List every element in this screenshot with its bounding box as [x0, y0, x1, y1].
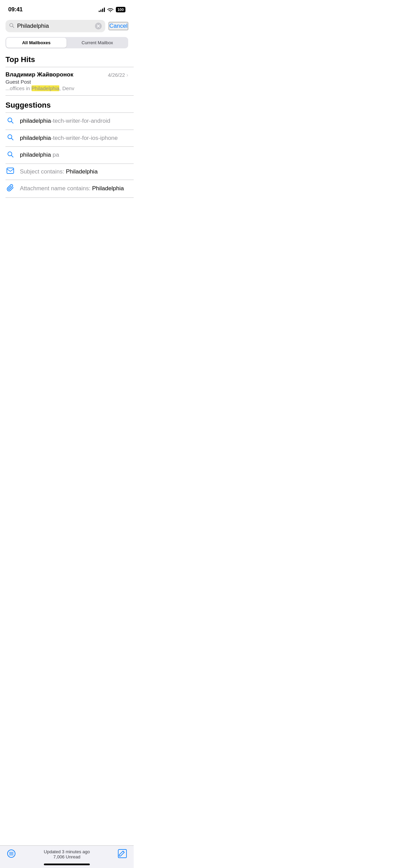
suggestion-text-3: philadelphia pa	[20, 152, 59, 158]
suggestion-item-1[interactable]: philadelphia-tech-writer-for-android	[0, 113, 134, 130]
status-time: 09:41	[8, 6, 23, 13]
suggestion-item-4[interactable]: Subject contains: Philadelphia	[0, 164, 134, 180]
divider-s5	[5, 197, 134, 198]
svg-line-9	[11, 155, 13, 157]
svg-line-1	[13, 26, 14, 28]
top-hit-preview: ...offices in Philadelphia, Denv	[5, 85, 108, 91]
signal-icon	[99, 7, 105, 12]
svg-rect-10	[7, 168, 14, 173]
top-hits-header: Top Hits	[0, 54, 134, 67]
status-bar: 09:41 100	[0, 0, 134, 17]
suggestion-item-2[interactable]: philadelphia-tech-writer-for-ios-iphone	[0, 130, 134, 146]
suggestion-bold-3: philadelphia	[20, 152, 51, 158]
suggestion-bold-2: philadelphia	[20, 135, 51, 141]
search-suggestion-icon-2	[5, 134, 15, 142]
search-suggestion-icon-1	[5, 117, 15, 125]
segment-current-mailbox[interactable]: Current Mailbox	[67, 38, 127, 48]
suggestion-text-5: Attachment name contains: Philadelphia	[20, 185, 124, 192]
preview-after: , Denv	[59, 85, 74, 91]
clear-button[interactable]	[95, 23, 102, 29]
preview-highlight: Philadelphia	[32, 85, 60, 91]
top-hit-subject: Guest Post	[5, 79, 108, 85]
suggestion-text-1: philadelphia-tech-writer-for-android	[20, 118, 110, 124]
suggestion-dim-3: pa	[51, 152, 59, 158]
search-input[interactable]: Philadelphia	[17, 23, 92, 29]
suggestion-dim-1: -tech-writer-for-android	[51, 118, 110, 124]
suggestion-dim-2: -tech-writer-for-ios-iphone	[51, 135, 118, 141]
chevron-right-icon: ›	[126, 72, 128, 78]
segment-all-mailboxes[interactable]: All Mailboxes	[6, 38, 66, 48]
battery-icon: 100	[116, 7, 125, 12]
top-hit-date: 4/26/22	[108, 72, 125, 78]
top-hit-date-area: 4/26/22 ›	[108, 71, 128, 78]
top-hit-content: Владимир Жайворонок Guest Post ...office…	[5, 71, 108, 91]
suggestion-label-4: Subject contains:	[20, 168, 66, 175]
suggestions-header: Suggestions	[0, 95, 134, 112]
search-suggestion-icon-3	[5, 151, 15, 159]
suggestion-value-4: Philadelphia	[66, 168, 98, 175]
mail-icon	[5, 168, 15, 176]
suggestion-item-3[interactable]: philadelphia pa	[0, 147, 134, 164]
segmented-control: All Mailboxes Current Mailbox	[5, 37, 128, 48]
search-bar-container: Philadelphia Cancel	[0, 17, 134, 36]
top-hit-item[interactable]: Владимир Жайворонок Guest Post ...office…	[0, 67, 134, 95]
search-icon	[9, 23, 14, 29]
suggestion-label-5: Attachment name contains:	[20, 185, 92, 192]
suggestion-text-4: Subject contains: Philadelphia	[20, 168, 98, 175]
svg-line-7	[11, 138, 13, 140]
suggestion-text-2: philadelphia-tech-writer-for-ios-iphone	[20, 135, 118, 142]
preview-before: ...offices in	[5, 85, 32, 91]
suggestion-bold-1: philadelphia	[20, 118, 51, 124]
status-icons: 100	[99, 7, 125, 12]
svg-line-5	[11, 121, 13, 123]
suggestion-item-5[interactable]: Attachment name contains: Philadelphia	[0, 180, 134, 197]
suggestion-value-5: Philadelphia	[92, 185, 124, 192]
top-hit-name: Владимир Жайворонок	[5, 71, 108, 78]
wifi-icon	[107, 7, 113, 12]
attachment-icon	[5, 184, 15, 193]
cancel-button[interactable]: Cancel	[109, 22, 128, 30]
search-input-wrapper[interactable]: Philadelphia	[5, 20, 105, 32]
